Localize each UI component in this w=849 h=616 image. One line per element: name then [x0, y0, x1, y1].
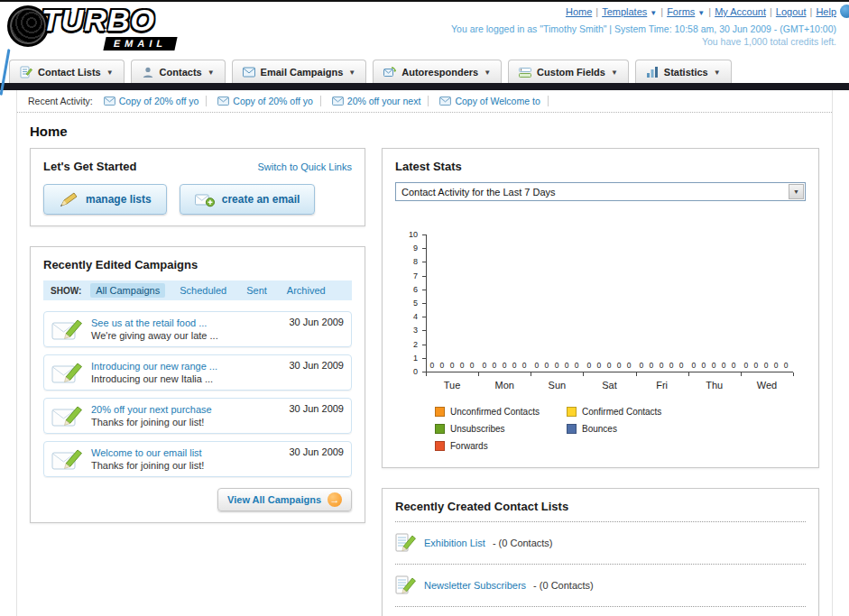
- y-axis-label: 6: [413, 285, 418, 294]
- campaign-title-link[interactable]: 20% off your next purchase: [91, 404, 281, 415]
- logo-text: TURBO EMAIL: [42, 5, 176, 51]
- y-axis-label: 5: [413, 299, 418, 308]
- x-axis-tick: [793, 372, 794, 376]
- filter-all-campaigns[interactable]: All Campaigns: [90, 283, 165, 298]
- filter-scheduled[interactable]: Scheduled: [174, 283, 232, 298]
- contact-list-item[interactable]: Newsletter Subscribers - (0 Contacts): [395, 573, 806, 598]
- x-axis-tick: [531, 372, 531, 376]
- nav-tab-autoresponders[interactable]: Autoresponders ▼: [373, 60, 502, 83]
- manage-lists-button[interactable]: manage lists: [43, 184, 167, 215]
- x-axis-label: Tue: [426, 380, 478, 391]
- x-axis-tick: [426, 372, 427, 376]
- campaign-subtitle: Thanks for joining our list!: [91, 460, 281, 471]
- nav-tab-label: Contacts: [160, 67, 202, 78]
- nav-tab-custom-fields[interactable]: Custom Fields ▼: [508, 60, 629, 83]
- legend-item: Unsubscribes: [435, 424, 567, 434]
- top-link-home[interactable]: Home: [566, 6, 592, 17]
- logo-subtitle: EMAIL: [103, 37, 177, 51]
- campaign-row[interactable]: See us at the retail food ... We're givi…: [43, 311, 352, 347]
- recent-campaigns-panel: Recently Edited Campaigns SHOW: All Camp…: [30, 246, 365, 523]
- chart-values-fri: 0 0 0 0 0: [636, 361, 688, 370]
- contact-list-name-link[interactable]: Newsletter Subscribers: [424, 580, 526, 591]
- nav-tab-label: Custom Fields: [537, 67, 605, 78]
- email-icon: [439, 97, 451, 106]
- filter-archived[interactable]: Archived: [281, 283, 331, 298]
- chart-values-mon: 0 0 0 0 0: [479, 361, 531, 370]
- recent-campaigns-title: Recently Edited Campaigns: [43, 258, 352, 271]
- x-axis-label: Mon: [478, 380, 531, 391]
- top-link-help[interactable]: Help: [816, 6, 836, 17]
- chart-value-labels: 0 0 0 0 00 0 0 0 00 0 0 0 00 0 0 0 00 0 …: [427, 361, 793, 370]
- contact-list-item[interactable]: Exhibition List - (0 Contacts): [395, 530, 806, 556]
- campaign-title-link[interactable]: See us at the retail food ...: [91, 317, 281, 328]
- login-info: You are logged in as "Timothy Smith" | S…: [451, 23, 836, 34]
- recent-activity-item[interactable]: 20% off your next: [332, 96, 429, 106]
- show-label: SHOW:: [51, 286, 81, 296]
- stats-period-value: Contact Activity for the Last 7 Days: [401, 187, 556, 198]
- x-axis-label: Sun: [531, 380, 583, 391]
- x-axis-label: Wed: [741, 380, 793, 391]
- nav-tab-contact-lists[interactable]: Contact Lists ▼: [9, 60, 125, 83]
- chart-x-labels: TueMonSunSatFriThuWed: [426, 380, 793, 391]
- nav-tab-statistics[interactable]: Statistics ▼: [635, 60, 732, 83]
- campaign-date: 30 Jun 2009: [289, 360, 344, 371]
- top-link-templates[interactable]: Templates: [602, 6, 647, 17]
- chevron-down-icon: ▼: [789, 184, 804, 199]
- create-email-button[interactable]: create an email: [180, 184, 316, 215]
- top-link-forms[interactable]: Forms: [667, 6, 695, 17]
- contact-list-name-link[interactable]: Exhibition List: [424, 538, 485, 548]
- recent-activity-text: Copy of 20% off yo: [119, 96, 208, 106]
- campaign-subtitle: Thanks for joining our list!: [91, 417, 281, 428]
- email-plus-icon: [195, 191, 215, 207]
- top-link-my-account[interactable]: My Account: [715, 6, 766, 17]
- latest-stats-panel: Latest Stats Contact Activity for the La…: [382, 148, 819, 468]
- recent-activity-item[interactable]: Copy of 20% off yo: [104, 96, 208, 106]
- x-axis-label: Fri: [636, 380, 688, 391]
- x-axis-label: Thu: [688, 380, 741, 391]
- chart-values-sun: 0 0 0 0 0: [531, 361, 584, 370]
- chevron-down-icon: ▼: [611, 69, 618, 77]
- y-axis-label: 10: [409, 230, 418, 239]
- campaign-envelope-pencil-icon: [51, 360, 84, 385]
- turbo-email-logo[interactable]: TURBO EMAIL: [7, 5, 176, 51]
- campaign-row[interactable]: Welcome to our email list Thanks for joi…: [43, 441, 352, 477]
- campaign-subtitle: Introducing our new Italia ...: [91, 373, 281, 384]
- contact-list-detail: - (0 Contacts): [493, 538, 553, 548]
- x-axis-label: Sat: [583, 380, 635, 391]
- switch-quick-links-link[interactable]: Switch to Quick Links: [257, 161, 352, 172]
- legend-swatch: [567, 424, 577, 434]
- stats-period-select[interactable]: Contact Activity for the Last 7 Days ▼: [395, 182, 806, 201]
- contacts-icon: [142, 66, 154, 78]
- y-axis-label: 0: [413, 367, 418, 376]
- campaign-title-link[interactable]: Introducing our new range ...: [91, 361, 281, 372]
- email-campaigns-icon: [243, 66, 255, 78]
- legend-swatch: [435, 424, 445, 434]
- legend-item: Unconfirmed Contacts: [435, 407, 567, 417]
- chart-plot-area: 012345678910 0 0 0 0 00 0 0 0 00 0 0 0 0…: [426, 235, 793, 372]
- nav-tab-contacts[interactable]: Contacts ▼: [131, 60, 226, 83]
- legend-swatch: [435, 407, 445, 417]
- chart-values-wed: 0 0 0 0 0: [741, 361, 793, 370]
- campaign-envelope-pencil-icon: [51, 403, 84, 428]
- turbo-email-dashboard: TURBO EMAIL Home|Templates ▼|Forms ▼|My …: [0, 0, 849, 616]
- campaign-row[interactable]: Introducing our new range ... Introducin…: [43, 354, 352, 391]
- recent-activity-text: Copy of Welcome to: [455, 96, 548, 106]
- chevron-down-icon: ▼: [106, 69, 114, 77]
- campaign-title-link[interactable]: Welcome to our email list: [91, 447, 281, 458]
- nav-tab-email-campaigns[interactable]: Email Campaigns ▼: [232, 60, 367, 83]
- recent-activity-item[interactable]: Copy of Welcome to: [439, 96, 548, 106]
- chevron-down-icon: ▼: [697, 9, 705, 17]
- nav-dark-bar: [0, 83, 849, 90]
- recent-activity-item[interactable]: Copy of 20% off yo: [217, 96, 321, 106]
- chart-values-sat: 0 0 0 0 0: [584, 361, 636, 370]
- decorative-blue-dot: [840, 5, 849, 18]
- top-link-logout[interactable]: Logout: [776, 6, 807, 17]
- campaign-row[interactable]: 20% off your next purchase Thanks for jo…: [43, 398, 352, 434]
- view-all-campaigns-button[interactable]: View All Campaigns →: [217, 488, 352, 511]
- chart-legend: Unconfirmed ContactsConfirmed ContactsUn…: [435, 407, 806, 451]
- campaign-date: 30 Jun 2009: [289, 446, 344, 457]
- x-axis-tick: [478, 372, 479, 376]
- filter-sent[interactable]: Sent: [241, 283, 272, 298]
- contact-activity-chart: 012345678910 0 0 0 0 00 0 0 0 00 0 0 0 0…: [395, 235, 806, 451]
- y-axis-label: 8: [413, 257, 418, 266]
